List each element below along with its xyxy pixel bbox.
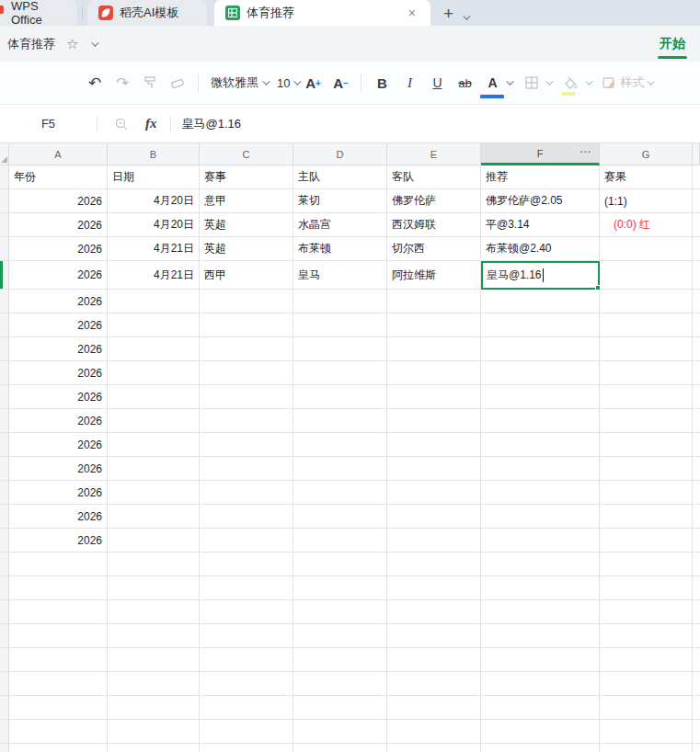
cell-C2[interactable]: 意甲 — [200, 189, 293, 213]
cell-G24[interactable] — [600, 720, 693, 744]
cell-C8[interactable] — [200, 337, 293, 361]
cell-B14[interactable] — [108, 481, 200, 505]
cell-D18[interactable] — [293, 576, 387, 600]
undo-button[interactable]: ↶ — [84, 71, 106, 95]
cell-C17[interactable] — [200, 553, 293, 576]
cell-partial[interactable] — [693, 457, 700, 481]
cell-F4[interactable]: 布莱顿@2.40 — [481, 237, 600, 261]
cell-A21[interactable] — [9, 648, 108, 672]
cell-D12[interactable] — [293, 433, 387, 457]
column-header-A[interactable]: A — [9, 143, 108, 165]
cell-E2[interactable]: 佛罗伦萨 — [387, 189, 481, 213]
row-header-21[interactable] — [0, 648, 9, 672]
row-header-16[interactable] — [0, 529, 9, 553]
cell-partial[interactable] — [693, 213, 700, 237]
fill-color-button[interactable] — [560, 71, 582, 95]
underline-button[interactable]: U — [426, 71, 448, 95]
row-header-24[interactable] — [0, 720, 9, 744]
cell-F1[interactable]: 推荐 — [481, 165, 600, 189]
select-all-corner[interactable] — [0, 143, 9, 165]
tab-sports-picks-active[interactable]: 体育推荐 × — [214, 0, 430, 26]
cell-C10[interactable] — [200, 385, 293, 409]
cell-F14[interactable] — [481, 481, 600, 505]
row-header-1[interactable] — [0, 165, 9, 189]
cell-F10[interactable] — [481, 385, 600, 409]
cell-A6[interactable]: 2026 — [9, 290, 108, 313]
cell-B9[interactable] — [108, 361, 200, 385]
font-name-chevron-icon[interactable] — [262, 77, 270, 85]
cell-D10[interactable] — [293, 385, 387, 409]
cell-G9[interactable] — [600, 361, 693, 385]
row-header-12[interactable] — [0, 433, 9, 457]
cell-D6[interactable] — [293, 290, 387, 313]
cell-G22[interactable] — [600, 672, 693, 696]
cell-E10[interactable] — [387, 385, 481, 409]
favorite-star-icon[interactable]: ☆ — [66, 36, 78, 52]
row-header-8[interactable] — [0, 337, 9, 361]
cell-B7[interactable] — [108, 313, 200, 337]
row-header-25[interactable] — [0, 744, 9, 752]
row-header-18[interactable] — [0, 576, 9, 600]
increase-font-button[interactable]: A+ — [302, 71, 324, 95]
cell-C23[interactable] — [200, 696, 293, 720]
font-name-select[interactable]: 微软雅黑 — [211, 74, 258, 91]
cell-E9[interactable] — [387, 361, 481, 385]
cell-A10[interactable]: 2026 — [9, 385, 108, 409]
cell-partial[interactable] — [693, 481, 700, 505]
cell-G3[interactable]: (0:0) 红 — [600, 213, 693, 237]
cell-F12[interactable] — [481, 433, 600, 457]
column-header-E[interactable]: E — [387, 143, 481, 165]
cell-C3[interactable]: 英超 — [200, 213, 293, 237]
cell-A13[interactable]: 2026 — [9, 457, 108, 481]
cell-D19[interactable] — [293, 600, 387, 624]
cell-D20[interactable] — [293, 624, 387, 648]
tab-docer-ai-templates[interactable]: 稻壳AI模板 — [87, 0, 207, 26]
cell-D14[interactable] — [293, 481, 387, 505]
cell-A20[interactable] — [9, 624, 108, 648]
cell-C18[interactable] — [200, 576, 293, 600]
cell-D1[interactable]: 主队 — [293, 165, 387, 189]
tab-wps-office[interactable]: WPS Office — [0, 0, 77, 26]
cell-B25[interactable] — [108, 744, 200, 752]
cell-partial[interactable] — [693, 361, 700, 385]
cell-partial[interactable] — [693, 696, 700, 720]
strikethrough-button[interactable]: ab — [453, 71, 476, 95]
row-header-17[interactable] — [0, 553, 9, 576]
italic-button[interactable]: I — [398, 71, 420, 95]
cell-B17[interactable] — [108, 553, 200, 576]
cell-D9[interactable] — [293, 361, 387, 385]
cell-G7[interactable] — [600, 313, 693, 337]
cell-C24[interactable] — [200, 720, 293, 744]
cell-C11[interactable] — [200, 409, 293, 433]
cell-D2[interactable]: 莱切 — [293, 189, 387, 213]
cell-A24[interactable] — [9, 720, 108, 744]
cell-B23[interactable] — [108, 696, 200, 720]
cell-C14[interactable] — [200, 481, 293, 505]
cell-G23[interactable] — [600, 696, 693, 720]
cell-F7[interactable] — [481, 313, 600, 337]
cell-G18[interactable] — [600, 576, 693, 600]
cell-E11[interactable] — [387, 409, 481, 433]
cell-partial[interactable] — [693, 337, 700, 361]
eraser-button[interactable] — [166, 71, 189, 95]
row-header-4[interactable] — [0, 237, 9, 261]
cell-A19[interactable] — [9, 600, 108, 624]
row-header-3[interactable] — [0, 213, 9, 237]
column-header-C[interactable]: C — [200, 143, 293, 165]
bold-button[interactable]: B — [371, 71, 393, 95]
column-header-partial[interactable] — [693, 143, 700, 165]
font-size-select[interactable]: 10 — [277, 76, 290, 90]
row-header-20[interactable] — [0, 624, 9, 648]
cell-G25[interactable] — [600, 744, 693, 752]
column-header-G[interactable]: G — [600, 143, 693, 165]
row-header-11[interactable] — [0, 409, 9, 433]
cell-G10[interactable] — [600, 385, 693, 409]
borders-chevron-icon[interactable] — [546, 77, 554, 85]
zoom-out-search-icon[interactable] — [114, 117, 129, 131]
cell-A1[interactable]: 年份 — [9, 165, 108, 189]
cell-E6[interactable] — [387, 290, 481, 313]
cell-D13[interactable] — [293, 457, 387, 481]
cell-F11[interactable] — [481, 409, 600, 433]
cell-partial[interactable] — [693, 409, 700, 433]
row-header-13[interactable] — [0, 457, 9, 481]
